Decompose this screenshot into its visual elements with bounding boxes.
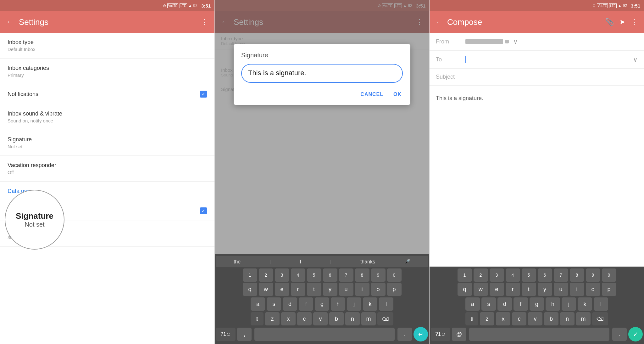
key3-3[interactable]: 3 bbox=[490, 268, 504, 282]
key3-c[interactable]: c bbox=[512, 312, 526, 325]
key-shift-2[interactable]: ⇧ bbox=[251, 312, 264, 325]
key-1[interactable]: 1 bbox=[243, 268, 257, 282]
key-o[interactable]: o bbox=[371, 283, 386, 296]
key3-e[interactable]: e bbox=[490, 283, 504, 296]
key-7[interactable]: 7 bbox=[339, 268, 353, 282]
key-y[interactable]: y bbox=[323, 283, 337, 296]
key3-l[interactable]: l bbox=[594, 297, 608, 311]
key3-q[interactable]: q bbox=[458, 283, 472, 296]
key-s[interactable]: s bbox=[267, 297, 281, 311]
key-enter-2[interactable]: ↵ bbox=[414, 327, 428, 341]
key-comma-2[interactable]: , bbox=[237, 328, 252, 341]
key3-shift[interactable]: ⇧ bbox=[465, 312, 478, 325]
key-0[interactable]: 0 bbox=[387, 268, 402, 282]
back-button-1[interactable]: ← bbox=[6, 18, 13, 26]
from-chevron-icon[interactable]: ∨ bbox=[513, 38, 518, 45]
key3-period[interactable]: . bbox=[612, 328, 627, 341]
key-b[interactable]: b bbox=[329, 312, 344, 325]
key-period-2[interactable]: . bbox=[397, 328, 412, 341]
key3-h[interactable]: h bbox=[546, 297, 560, 311]
suggestion-thanks[interactable]: thanks bbox=[360, 259, 375, 265]
key-x[interactable]: x bbox=[281, 312, 296, 325]
key3-1[interactable]: 1 bbox=[458, 268, 472, 282]
key3-j[interactable]: j bbox=[562, 297, 576, 311]
key3-i[interactable]: i bbox=[570, 283, 584, 296]
key3-y[interactable]: y bbox=[538, 283, 552, 296]
key-f[interactable]: f bbox=[299, 297, 313, 311]
key3-4[interactable]: 4 bbox=[506, 268, 520, 282]
notifications-checkbox[interactable]: ✓ bbox=[200, 91, 207, 98]
settings-item-vacation[interactable]: Vacation responder Off bbox=[0, 156, 214, 182]
key-t[interactable]: t bbox=[307, 283, 321, 296]
key-d[interactable]: d bbox=[283, 297, 297, 311]
key-w[interactable]: w bbox=[259, 283, 273, 296]
send-icon[interactable]: ➤ bbox=[619, 18, 625, 26]
key3-b[interactable]: b bbox=[544, 312, 558, 325]
key3-space[interactable] bbox=[469, 328, 609, 341]
key-2[interactable]: 2 bbox=[259, 268, 273, 282]
key3-o[interactable]: o bbox=[586, 283, 600, 296]
key3-x[interactable]: x bbox=[496, 312, 510, 325]
sync-gmail-checkbox[interactable]: ✓ bbox=[200, 207, 207, 214]
key-4[interactable]: 4 bbox=[291, 268, 305, 282]
key3-6[interactable]: 6 bbox=[538, 268, 552, 282]
settings-item-signature[interactable]: Signature Not set bbox=[0, 130, 214, 156]
key3-symbols[interactable]: ?1☺ bbox=[431, 328, 450, 341]
key-backspace-2[interactable]: ⌫ bbox=[377, 312, 393, 325]
key-h[interactable]: h bbox=[331, 297, 345, 311]
key-g[interactable]: g bbox=[315, 297, 329, 311]
to-chevron-icon[interactable]: ∨ bbox=[633, 56, 638, 63]
key3-u[interactable]: u bbox=[554, 283, 568, 296]
key-z[interactable]: z bbox=[265, 312, 280, 325]
key-u[interactable]: u bbox=[339, 283, 353, 296]
key3-7[interactable]: 7 bbox=[554, 268, 568, 282]
key3-0[interactable]: 0 bbox=[602, 268, 616, 282]
key-r[interactable]: r bbox=[291, 283, 305, 296]
dialog-cancel-button[interactable]: CANCEL bbox=[359, 89, 385, 100]
key3-t[interactable]: t bbox=[522, 283, 536, 296]
key3-n[interactable]: n bbox=[560, 312, 575, 325]
suggestion-i[interactable]: I bbox=[300, 259, 301, 265]
key-6[interactable]: 6 bbox=[323, 268, 337, 282]
key-space-2[interactable] bbox=[254, 328, 395, 341]
settings-item-sound[interactable]: Inbox sound & vibrate Sound on, notify o… bbox=[0, 104, 214, 130]
compose-back-button[interactable]: ← bbox=[436, 18, 443, 26]
key3-s[interactable]: s bbox=[481, 297, 496, 311]
key-5[interactable]: 5 bbox=[307, 268, 321, 282]
dialog-input[interactable]: This is a signature. bbox=[241, 64, 403, 83]
compose-to-field[interactable]: To ∨ bbox=[430, 51, 644, 69]
key3-2[interactable]: 2 bbox=[474, 268, 488, 282]
key3-m[interactable]: m bbox=[576, 312, 591, 325]
key-i[interactable]: i bbox=[355, 283, 369, 296]
key3-d[interactable]: d bbox=[497, 297, 512, 311]
mic-icon[interactable]: 🎤 bbox=[404, 259, 410, 265]
key-v[interactable]: v bbox=[313, 312, 328, 325]
compose-body[interactable]: This is a signature. bbox=[430, 86, 644, 267]
key3-enter[interactable]: ✓ bbox=[628, 327, 643, 341]
key3-k[interactable]: k bbox=[578, 297, 592, 311]
key3-a[interactable]: a bbox=[465, 297, 480, 311]
compose-menu-icon[interactable]: ⋮ bbox=[631, 18, 638, 26]
key-9[interactable]: 9 bbox=[371, 268, 386, 282]
menu-button-1[interactable]: ⋮ bbox=[201, 18, 208, 26]
key-c[interactable]: c bbox=[297, 312, 312, 325]
settings-item-inbox-categories[interactable]: Inbox categories Primary bbox=[0, 59, 214, 84]
settings-item-inbox-type[interactable]: Inbox type Default Inbox bbox=[0, 33, 214, 59]
key-m[interactable]: m bbox=[361, 312, 376, 325]
key3-9[interactable]: 9 bbox=[586, 268, 600, 282]
settings-item-notifications[interactable]: Notifications ✓ bbox=[0, 84, 214, 104]
key3-p[interactable]: p bbox=[602, 283, 616, 296]
key3-at[interactable]: @ bbox=[452, 328, 466, 341]
suggestion-the[interactable]: the bbox=[234, 259, 241, 265]
attach-icon[interactable]: 📎 bbox=[605, 18, 614, 26]
key-symbols-2[interactable]: ?1☺ bbox=[216, 328, 236, 341]
key-q[interactable]: q bbox=[243, 283, 257, 296]
key3-5[interactable]: 5 bbox=[522, 268, 536, 282]
key3-w[interactable]: w bbox=[474, 283, 488, 296]
key-p[interactable]: p bbox=[387, 283, 402, 296]
key-k[interactable]: k bbox=[363, 297, 377, 311]
key-n[interactable]: n bbox=[345, 312, 360, 325]
key3-f[interactable]: f bbox=[514, 297, 528, 311]
key-8[interactable]: 8 bbox=[355, 268, 369, 282]
key3-v[interactable]: v bbox=[528, 312, 542, 325]
